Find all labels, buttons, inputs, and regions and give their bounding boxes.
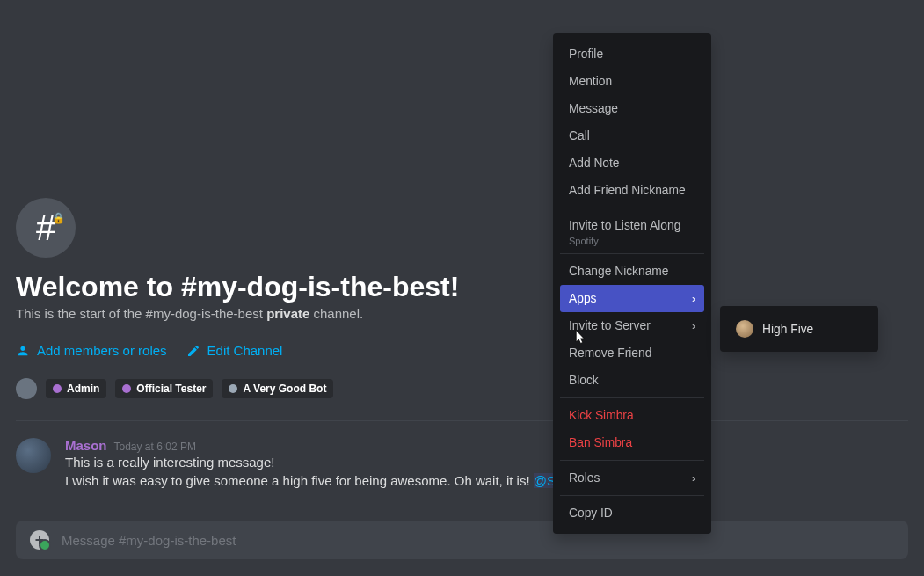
divider xyxy=(16,420,908,421)
message-text: I wish it was easy to give someone a hig… xyxy=(65,471,556,490)
role-chip-tester[interactable]: Official Tester xyxy=(115,379,213,398)
message-text: This is a really interesting message! xyxy=(65,453,556,471)
menu-item-invite-to-server[interactable]: Invite to Server› xyxy=(560,312,704,339)
menu-separator xyxy=(560,460,704,461)
attach-button[interactable]: + xyxy=(30,530,49,550)
menu-separator xyxy=(560,208,704,208)
menu-item-add-friend-nickname[interactable]: Add Friend Nickname xyxy=(560,177,704,204)
message: Mason Today at 6:02 PM This is a really … xyxy=(16,438,556,490)
role-color-dot xyxy=(122,384,131,393)
context-menu: ProfileMentionMessageCallAdd NoteAdd Fri… xyxy=(553,33,711,534)
menu-item-copy-id[interactable]: Copy ID xyxy=(560,499,704,527)
chevron-right-icon: › xyxy=(692,320,695,332)
menu-item-add-note[interactable]: Add Note xyxy=(560,149,704,177)
message-input[interactable]: + Message #my-dog-is-the-best xyxy=(16,521,908,559)
avatar[interactable] xyxy=(16,378,37,399)
menu-item-change-nickname[interactable]: Change Nickname xyxy=(560,258,704,285)
menu-item-roles[interactable]: Roles› xyxy=(560,464,704,492)
role-color-dot xyxy=(53,384,62,393)
welcome-subtitle: This is the start of the #my-dog-is-the-… xyxy=(16,306,363,321)
lock-icon: 🔒 xyxy=(52,212,65,224)
message-timestamp: Today at 6:02 PM xyxy=(114,441,196,453)
pencil-icon xyxy=(186,344,200,358)
welcome-title: Welcome to #my-dog-is-the-best! xyxy=(16,271,459,303)
avatar[interactable] xyxy=(16,438,51,473)
menu-item-mention[interactable]: Mention xyxy=(560,68,704,95)
channel-icon: # 🔒 xyxy=(16,198,76,258)
menu-separator xyxy=(560,397,704,398)
menu-item-remove-friend[interactable]: Remove Friend xyxy=(560,339,704,367)
menu-item-call[interactable]: Call xyxy=(560,122,704,149)
edit-channel-link[interactable]: Edit Channel xyxy=(186,343,283,358)
submenu-item-high-five[interactable]: High Five xyxy=(727,313,871,345)
role-chip-bot[interactable]: A Very Good Bot xyxy=(222,379,333,398)
chevron-right-icon: › xyxy=(692,472,695,485)
message-author[interactable]: Mason xyxy=(65,438,107,453)
menu-separator xyxy=(560,495,704,496)
menu-item-profile[interactable]: Profile xyxy=(560,40,704,68)
menu-item-block[interactable]: Block xyxy=(560,367,704,394)
role-chip-admin[interactable]: Admin xyxy=(46,379,106,398)
menu-separator xyxy=(560,253,704,254)
apps-submenu: High Five xyxy=(720,306,878,352)
chevron-right-icon: › xyxy=(692,293,695,305)
add-user-icon xyxy=(16,344,30,358)
menu-item-ban-simbra[interactable]: Ban Simbra xyxy=(560,429,704,456)
menu-item-apps[interactable]: Apps› xyxy=(560,285,704,312)
menu-item-kick-simbra[interactable]: Kick Simbra xyxy=(560,402,704,429)
app-icon xyxy=(736,320,753,338)
roles-row: Admin Official Tester A Very Good Bot xyxy=(16,378,333,399)
input-placeholder: Message #my-dog-is-the-best xyxy=(62,533,236,548)
add-members-link[interactable]: Add members or roles xyxy=(16,343,167,358)
role-color-dot xyxy=(229,384,237,393)
menu-sublabel: Spotify xyxy=(560,236,704,250)
menu-item-message[interactable]: Message xyxy=(560,95,704,122)
